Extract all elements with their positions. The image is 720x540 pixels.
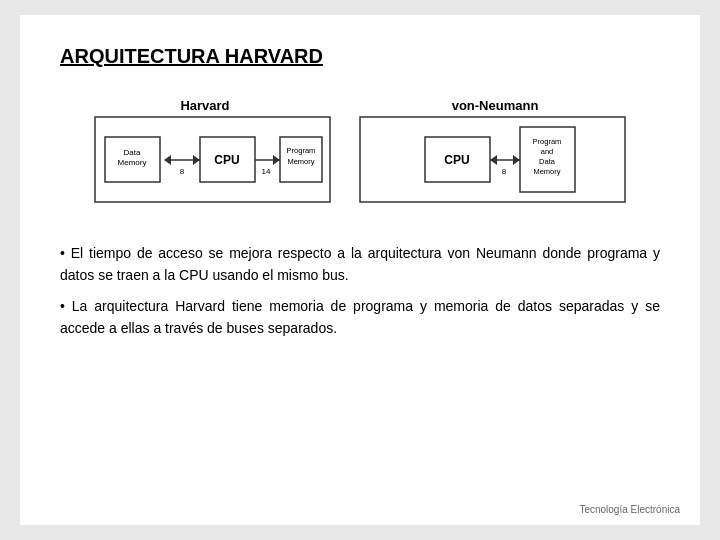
svg-marker-13 [273, 155, 280, 165]
svg-text:Memory: Memory [287, 157, 314, 166]
svg-text:CPU: CPU [444, 153, 469, 167]
svg-text:Harvard: Harvard [180, 98, 229, 113]
slide: ARQUITECTURA HARVARD Harvard von-Neumann… [20, 15, 700, 525]
diagram-area: Harvard von-Neumann Data Memory 8 CPU [60, 86, 660, 228]
svg-text:CPU: CPU [214, 153, 239, 167]
svg-text:8: 8 [180, 167, 185, 176]
bullet-1: • El tiempo de acceso se mejora respecto… [60, 242, 660, 287]
svg-text:Data: Data [539, 157, 556, 166]
svg-marker-8 [193, 155, 200, 165]
svg-text:and: and [541, 147, 554, 156]
footer-text: Tecnología Electrónica [579, 504, 680, 515]
bullet-2: • La arquitectura Harvard tiene memoria … [60, 295, 660, 340]
svg-text:Program: Program [287, 146, 316, 155]
svg-text:Data: Data [124, 148, 141, 157]
svg-text:Program: Program [533, 137, 562, 146]
svg-text:von-Neumann: von-Neumann [452, 98, 539, 113]
content-block: • El tiempo de acceso se mejora respecto… [60, 242, 660, 340]
svg-marker-23 [490, 155, 497, 165]
svg-text:Memory: Memory [533, 167, 560, 176]
svg-text:14: 14 [262, 167, 271, 176]
slide-title: ARQUITECTURA HARVARD [60, 45, 660, 68]
svg-marker-22 [513, 155, 520, 165]
svg-text:8: 8 [502, 167, 507, 176]
svg-text:Memory: Memory [118, 158, 147, 167]
svg-marker-6 [164, 155, 171, 165]
architecture-diagram: Harvard von-Neumann Data Memory 8 CPU [75, 92, 645, 222]
